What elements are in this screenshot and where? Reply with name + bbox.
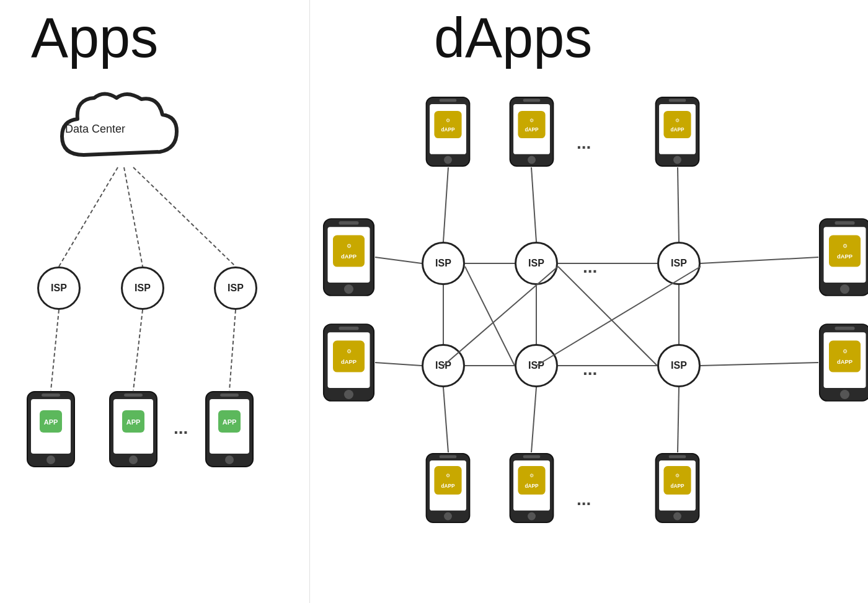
svg-point-83	[528, 513, 536, 521]
dots-isp-row1: ...	[583, 257, 597, 277]
isp-circle-left-2: ISP	[121, 266, 164, 310]
svg-rect-70	[829, 341, 861, 372]
svg-rect-56	[333, 341, 365, 372]
isp-right-4: ISP	[422, 344, 465, 387]
svg-rect-54	[339, 327, 358, 330]
phone-bottom-2: ⚙ dAPP	[508, 452, 555, 526]
svg-rect-40	[669, 99, 686, 102]
svg-text:⚙: ⚙	[529, 118, 534, 123]
svg-point-48	[344, 284, 353, 294]
svg-text:dAPP: dAPP	[837, 253, 852, 260]
svg-line-112	[443, 387, 448, 452]
svg-point-90	[673, 513, 681, 521]
isp-right-5: ISP	[515, 344, 558, 387]
svg-rect-42	[663, 111, 691, 138]
svg-text:dAPP: dAPP	[441, 483, 455, 489]
svg-text:⚙: ⚙	[675, 473, 680, 478]
svg-point-3	[46, 456, 55, 464]
svg-rect-2	[42, 394, 60, 397]
svg-text:⚙: ⚙	[347, 242, 352, 249]
phone-mid-right-1: ⚙ dAPP	[818, 217, 868, 300]
dots-top: ...	[577, 133, 591, 153]
dots-left: ...	[174, 418, 188, 438]
dots-isp-row2: ...	[583, 359, 597, 379]
svg-line-113	[531, 387, 536, 452]
phone-top-2: ⚙ dAPP	[508, 96, 555, 170]
svg-line-95	[531, 167, 536, 242]
svg-rect-8	[124, 394, 143, 397]
svg-text:dAPP: dAPP	[341, 253, 356, 260]
svg-rect-77	[434, 466, 461, 495]
svg-rect-75	[440, 456, 457, 459]
svg-rect-91	[663, 466, 691, 495]
svg-text:dAPP: dAPP	[670, 127, 684, 133]
main-container: Apps Data Center ISP ISP ISP	[0, 0, 868, 603]
svg-line-114	[678, 387, 679, 452]
isp-right-1: ISP	[422, 242, 465, 285]
svg-rect-82	[523, 456, 541, 459]
phone-mid-left-2: ⚙ dAPP	[322, 322, 375, 405]
svg-point-34	[528, 156, 536, 164]
svg-rect-26	[440, 99, 457, 102]
svg-text:⚙: ⚙	[446, 473, 450, 478]
svg-text:⚙: ⚙	[529, 473, 534, 478]
phone-top-3: ⚙ dAPP	[654, 96, 701, 170]
svg-line-22	[133, 310, 143, 390]
svg-rect-49	[333, 235, 365, 267]
isp-circle-left-3: ISP	[214, 266, 257, 310]
svg-text:dAPP: dAPP	[837, 358, 852, 365]
dapps-title: dApps	[434, 6, 592, 70]
svg-line-23	[229, 310, 236, 390]
svg-point-41	[673, 156, 681, 164]
svg-text:dAPP: dAPP	[670, 483, 684, 489]
svg-rect-33	[523, 99, 541, 102]
svg-point-9	[129, 456, 138, 464]
svg-rect-35	[518, 111, 545, 138]
phone-left-2: APP	[108, 390, 158, 470]
isp-right-3: ISP	[657, 242, 701, 285]
svg-point-76	[444, 513, 452, 521]
phone-mid-left-1: ⚙ dAPP	[322, 217, 375, 300]
svg-text:APP: APP	[44, 418, 58, 426]
left-section: Apps Data Center ISP ISP ISP	[0, 0, 310, 603]
right-section: dApps ⚙ dAPP ⚙ dAPP	[310, 0, 868, 603]
isp-right-6: ISP	[657, 344, 701, 387]
svg-point-62	[840, 284, 849, 294]
svg-line-21	[51, 310, 59, 390]
svg-text:APP: APP	[223, 418, 237, 426]
svg-point-15	[225, 456, 234, 464]
svg-rect-28	[434, 111, 461, 138]
phone-top-1: ⚙ dAPP	[425, 96, 471, 170]
svg-text:dAPP: dAPP	[441, 127, 455, 133]
svg-text:⚙: ⚙	[675, 118, 680, 123]
isp-circle-left-1: ISP	[37, 266, 81, 310]
svg-rect-89	[669, 456, 686, 459]
svg-line-100	[701, 363, 818, 366]
svg-line-94	[443, 167, 448, 242]
svg-rect-63	[829, 235, 861, 267]
svg-text:⚙: ⚙	[843, 348, 848, 354]
phone-mid-right-2: ⚙ dAPP	[818, 322, 868, 405]
svg-text:dAPP: dAPP	[341, 358, 356, 365]
data-center-label: Data Center	[65, 123, 125, 136]
svg-line-96	[678, 167, 679, 242]
svg-text:dAPP: dAPP	[525, 127, 539, 133]
svg-rect-47	[339, 221, 358, 225]
svg-text:⚙: ⚙	[446, 118, 450, 123]
svg-rect-68	[835, 327, 854, 330]
svg-rect-84	[518, 466, 545, 495]
right-lines	[310, 0, 868, 603]
svg-rect-61	[835, 221, 854, 225]
svg-line-108	[465, 266, 515, 366]
svg-line-110	[558, 266, 657, 366]
svg-point-69	[840, 390, 849, 399]
isp-right-2: ISP	[515, 242, 558, 285]
phone-bottom-3: ⚙ dAPP	[654, 452, 701, 526]
svg-text:dAPP: dAPP	[525, 483, 539, 489]
svg-rect-14	[220, 394, 239, 397]
svg-point-27	[444, 156, 452, 164]
apps-title: Apps	[31, 6, 158, 70]
svg-line-97	[375, 257, 422, 263]
svg-text:APP: APP	[126, 418, 141, 426]
phone-left-1: APP	[26, 390, 76, 470]
